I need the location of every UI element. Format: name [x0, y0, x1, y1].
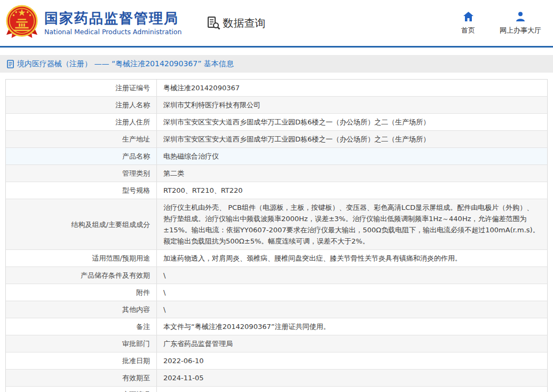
row-value-text: \ — [163, 287, 165, 298]
nav-home[interactable]: 首页 — [456, 11, 480, 35]
national-emblem-icon — [5, 5, 38, 41]
nav-service-hall[interactable]: 网上办事大厅 — [500, 11, 541, 35]
row-label: 生产地址 — [6, 131, 157, 147]
row-label-text: 注册证编号 — [115, 83, 150, 92]
table-row: 备注本文件与“粤械注准20142090367”注册证共同使用。 — [6, 318, 547, 335]
nav-home-label: 首页 — [461, 26, 475, 35]
row-label: 审批部门 — [6, 335, 157, 352]
row-value: 第二类 — [157, 165, 547, 182]
row-label-text: 其他内容 — [122, 305, 150, 314]
row-label: 产品名称 — [6, 148, 157, 164]
row-value-text: 本文件与“粤械注准20142090367”注册证共同使用。 — [163, 321, 330, 332]
row-value: 电热磁综合治疗仪 — [157, 148, 547, 164]
row-value: 粤械注准20142090367 — [157, 80, 547, 96]
row-label: 其他内容 — [6, 301, 157, 318]
row-value-text: 深圳市宝安区宝安大道西乡固成华万工业园D栋6楼之一（办公场所）之二（生产场所） — [163, 116, 430, 128]
table-row: 结构及组成/主要组成成分治疗仪主机由外壳、 PCB组件（电源板，主板，按键板）、… — [6, 199, 547, 250]
site-title: 国家药品监督管理局 — [44, 10, 181, 26]
row-value: 广东省药品监督管理局 — [157, 335, 547, 352]
row-label-text: 注册人名称 — [115, 100, 150, 109]
row-label: 产品储存条件及有效期 — [6, 267, 157, 284]
row-value-text: 电热磁综合治疗仪 — [163, 151, 219, 162]
row-label: 备注 — [6, 318, 157, 335]
page-icon — [7, 60, 14, 68]
table-row: 附件\ — [6, 284, 547, 301]
row-label: 结构及组成/主要组成成分 — [6, 199, 157, 249]
table-row: 产品储存条件及有效期\ — [6, 267, 547, 284]
table-row: 变更情况 — [6, 387, 547, 392]
table-row: 产品名称电热磁综合治疗仪 — [6, 148, 547, 165]
table-row: 有效期至2024-11-05 — [6, 370, 547, 387]
document-search-icon — [206, 15, 221, 30]
row-label-text: 批准日期 — [122, 356, 150, 365]
table-row: 型号规格RT200、RT210、RT220 — [6, 182, 547, 199]
home-icon — [463, 11, 474, 22]
data-query-label: 数据查询 — [223, 16, 265, 30]
row-label-text: 审批部门 — [122, 339, 150, 348]
row-value-text: 广东省药品监督管理局 — [163, 338, 233, 349]
row-label: 型号规格 — [6, 182, 157, 199]
table-row: 注册人名称深圳市艾利特医疗科技有限公司 — [6, 97, 547, 114]
row-label: 附件 — [6, 284, 157, 301]
row-label: 有效期至 — [6, 370, 157, 386]
row-label: 适用范围/预期用途 — [6, 250, 157, 266]
row-value: RT200、RT210、RT220 — [157, 182, 547, 199]
row-value: 深圳市宝安区宝安大道西乡固成华万工业园D栋6楼之一（办公场所）之二（生产场所） — [157, 131, 547, 147]
row-label-text: 产品储存条件及有效期 — [81, 271, 150, 280]
row-label: 注册人住所 — [6, 114, 157, 130]
row-value-text: RT200、RT210、RT220 — [163, 185, 243, 196]
brand-text: 国家药品监督管理局 National Medical Products Admi… — [44, 10, 181, 36]
header-nav: 首页 网上办事大厅 — [456, 11, 541, 35]
row-label: 批准日期 — [6, 352, 157, 369]
breadcrumb: 境内医疗器械（注册） —— “粤械注准20142090367” 基本信息 — [17, 59, 234, 69]
row-label-text: 产品名称 — [122, 152, 150, 161]
table-row: 注册证编号粤械注准20142090367 — [6, 80, 547, 97]
row-label-text: 有效期至 — [122, 373, 150, 382]
row-value: 加速药物透入，对肩周炎、颈椎病、腰椎间盘突出症、膝关节骨性关节炎具有镇痛和消炎的… — [157, 250, 547, 266]
row-value — [157, 387, 547, 392]
user-icon — [515, 11, 526, 22]
table-row: 审批部门广东省药品监督管理局 — [6, 335, 547, 352]
row-value: 本文件与“粤械注准20142090367”注册证共同使用。 — [157, 318, 547, 335]
row-label-text: 适用范围/预期用途 — [92, 254, 150, 263]
row-value-text: 粤械注准20142090367 — [163, 82, 240, 93]
site-header: 国家药品监督管理局 National Medical Products Admi… — [0, 0, 553, 48]
row-value-text: \ — [163, 270, 165, 281]
row-value-text: 深圳市宝安区宝安大道西乡固成华万工业园D栋6楼之一（办公场所）之二（生产场所） — [163, 134, 430, 145]
row-label-text: 附件 — [136, 288, 150, 297]
row-value-text: 第二类 — [163, 168, 184, 179]
row-label: 变更情况 — [6, 387, 157, 392]
breadcrumb-bar: 境内医疗器械（注册） —— “粤械注准20142090367” 基本信息 — [0, 55, 553, 73]
row-value: 治疗仪主机由外壳、 PCB组件（电源板，主板，按键板）、变压器、彩色高清LCD显… — [157, 199, 547, 249]
row-label-text: 结构及组成/主要组成成分 — [72, 220, 150, 229]
row-label-text: 型号规格 — [122, 186, 150, 195]
row-label: 管理类别 — [6, 165, 157, 182]
row-label-text: 变更情况 — [122, 390, 150, 392]
site-logo[interactable]: 国家药品监督管理局 National Medical Products Admi… — [5, 5, 181, 41]
row-label-text: 管理类别 — [122, 169, 150, 178]
row-label-text: 生产地址 — [122, 135, 150, 144]
row-value: 2022-06-10 — [157, 352, 547, 369]
registration-info-table: 注册证编号粤械注准20142090367注册人名称深圳市艾利特医疗科技有限公司注… — [5, 79, 548, 392]
site-subtitle: National Medical Products Administration — [44, 28, 181, 36]
table-row: 管理类别第二类 — [6, 165, 547, 182]
row-value-text: 治疗仪主机由外壳、 PCB组件（电源板，主板，按键板）、变压器、彩色高清LCD显… — [163, 202, 540, 247]
row-value-text: \ — [163, 304, 165, 315]
table-row: 生产地址深圳市宝安区宝安大道西乡固成华万工业园D栋6楼之一（办公场所）之二（生产… — [6, 131, 547, 148]
data-query-tab[interactable]: 数据查询 — [206, 15, 265, 30]
row-value-text: 2022-06-10 — [163, 355, 204, 366]
row-label: 注册证编号 — [6, 80, 157, 96]
row-label-text: 注册人住所 — [115, 117, 150, 127]
row-label: 注册人名称 — [6, 97, 157, 113]
row-label-text: 备注 — [136, 322, 150, 331]
row-value-text: 2024-11-05 — [163, 372, 204, 383]
row-value: 深圳市艾利特医疗科技有限公司 — [157, 97, 547, 113]
nav-service-hall-label: 网上办事大厅 — [500, 26, 541, 35]
row-value: \ — [157, 284, 547, 301]
row-value: 2024-11-05 — [157, 370, 547, 386]
row-value: \ — [157, 301, 547, 318]
table-row: 其他内容\ — [6, 301, 547, 318]
table-row: 适用范围/预期用途加速药物透入，对肩周炎、颈椎病、腰椎间盘突出症、膝关节骨性关节… — [6, 250, 547, 267]
table-row: 批准日期2022-06-10 — [6, 352, 547, 370]
row-value: \ — [157, 267, 547, 284]
